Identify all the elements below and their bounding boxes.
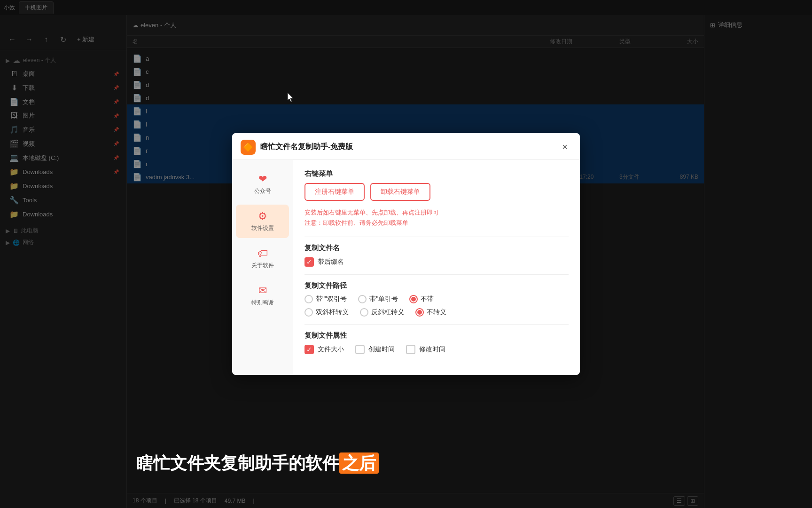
- no-escape-radio[interactable]: [415, 308, 424, 317]
- modifytime-checkbox[interactable]: [406, 345, 415, 354]
- reverse-slash-radio[interactable]: [360, 308, 368, 317]
- dialog-title: 瞎忙文件名复制助手-免费版: [260, 142, 554, 152]
- menu-button-row: 注册右键菜单 卸载右键菜单: [304, 183, 569, 201]
- settings-icon: ⚙: [258, 210, 267, 222]
- double-quote-option[interactable]: 带""双引号: [304, 295, 347, 303]
- divider-2: [304, 274, 569, 275]
- thanks-icon: ✉: [258, 285, 267, 297]
- copy-fileattr-title: 复制文件属性: [304, 331, 569, 340]
- createtime-option-row: 创建时间: [355, 345, 395, 354]
- divider-1: [304, 237, 569, 237]
- double-slash-option[interactable]: 双斜杆转义: [304, 308, 349, 317]
- no-quote-option[interactable]: 不带: [409, 295, 434, 303]
- dialog-body: ❤ 公众号 ⚙ 软件设置 🏷 关于软件 ✉ 特别鸣谢: [232, 160, 580, 375]
- unregister-menu-button[interactable]: 卸载右键菜单: [370, 183, 430, 201]
- double-slash-radio[interactable]: [304, 308, 313, 317]
- nav-item-settings[interactable]: ⚙ 软件设置: [236, 205, 289, 238]
- dialog-content: 右键菜单 注册右键菜单 卸载右键菜单 安装后如右键里无菜单、先点卸载、再点注册即…: [293, 160, 580, 375]
- single-quote-radio[interactable]: [358, 295, 367, 303]
- extension-checkbox[interactable]: ✓: [304, 257, 314, 267]
- copy-fileattr-section: 复制文件属性 ✓ 文件大小 创建时间 修改时间: [304, 331, 569, 358]
- extension-option-row: ✓ 带后缀名: [304, 257, 569, 267]
- about-icon: 🏷: [258, 247, 268, 260]
- no-quote-radio[interactable]: [409, 295, 418, 303]
- nav-item-official[interactable]: ❤ 公众号: [236, 167, 289, 201]
- dialog-nav: ❤ 公众号 ⚙ 软件设置 🏷 关于软件 ✉ 特别鸣谢: [232, 160, 293, 375]
- copy-filepath-section: 复制文件路径 带""双引号 带''单引号 不带: [304, 281, 569, 317]
- reverse-slash-option[interactable]: 反斜杠转义: [360, 308, 404, 317]
- quote-radio-group: 带""双引号 带''单引号 不带: [304, 295, 569, 303]
- register-menu-button[interactable]: 注册右键菜单: [304, 183, 365, 201]
- nav-item-about[interactable]: 🏷 关于软件: [236, 242, 289, 275]
- double-quote-radio[interactable]: [304, 295, 313, 303]
- dialog-titlebar: 🔶 瞎忙文件名复制助手-免费版 ×: [232, 133, 580, 160]
- main-dialog: 🔶 瞎忙文件名复制助手-免费版 × ❤ 公众号 ⚙ 软件设置 🏷 关于软件: [232, 133, 580, 375]
- createtime-checkbox[interactable]: [355, 345, 365, 354]
- divider-3: [304, 324, 569, 325]
- dialog-logo: 🔶: [241, 140, 256, 155]
- dialog-close-button[interactable]: ×: [558, 141, 571, 154]
- single-quote-option[interactable]: 带''单引号: [358, 295, 398, 303]
- copy-filename-title: 复制文件名: [304, 244, 569, 253]
- filesize-checkbox[interactable]: ✓: [304, 345, 314, 354]
- official-icon: ❤: [258, 173, 267, 185]
- dialog-backdrop: 🔶 瞎忙文件名复制助手-免费版 × ❤ 公众号 ⚙ 软件设置 🏷 关于软件: [0, 0, 812, 508]
- info-text: 安装后如右键里无菜单、先点卸载、再点注册即可 注意：卸载软件前、请务必先卸载菜单: [304, 207, 569, 228]
- right-menu-section: 右键菜单 注册右键菜单 卸载右键菜单 安装后如右键里无菜单、先点卸载、再点注册即…: [304, 169, 569, 228]
- right-menu-title: 右键菜单: [304, 169, 569, 178]
- nav-item-thanks[interactable]: ✉ 特别鸣谢: [236, 279, 289, 312]
- filesize-option-row: ✓ 文件大小: [304, 345, 344, 354]
- attr-checkbox-group: ✓ 文件大小 创建时间 修改时间: [304, 345, 569, 358]
- modifytime-option-row: 修改时间: [406, 345, 445, 354]
- copy-filename-section: 复制文件名 ✓ 带后缀名: [304, 244, 569, 267]
- escape-radio-group: 双斜杆转义 反斜杠转义 不转义: [304, 308, 569, 317]
- copy-filepath-title: 复制文件路径: [304, 281, 569, 290]
- no-escape-option[interactable]: 不转义: [415, 308, 446, 317]
- extension-label: 带后缀名: [318, 258, 344, 266]
